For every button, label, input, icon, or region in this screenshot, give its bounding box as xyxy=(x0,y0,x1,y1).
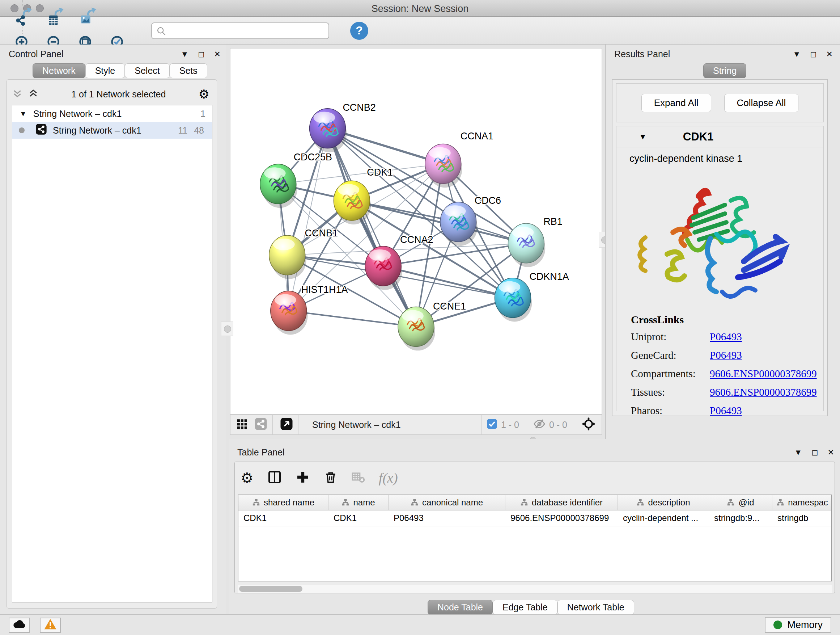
node-CCNB2[interactable]: CCNB2 xyxy=(309,102,376,152)
show-columns-icon[interactable] xyxy=(267,470,282,486)
crosslink-link[interactable]: 9606.ENSP00000378699 xyxy=(710,368,817,380)
table-cell[interactable]: CDK1 xyxy=(328,510,388,526)
tab-node-table[interactable]: Node Table xyxy=(428,600,493,615)
cloud-status-button[interactable] xyxy=(9,618,30,633)
expand-all-networks-icon[interactable] xyxy=(28,88,39,100)
tab-sets[interactable]: Sets xyxy=(170,63,207,78)
network-options-gear-icon[interactable]: ⚙ xyxy=(199,87,210,101)
add-column-icon[interactable] xyxy=(295,470,310,486)
crosslink-link[interactable]: P06493 xyxy=(710,331,742,343)
table-cell[interactable]: CDK1 xyxy=(238,510,328,526)
node-label-CDKN1A: CDKN1A xyxy=(529,271,569,282)
table-cell[interactable]: cyclin-dependent ... xyxy=(618,510,709,526)
network-row[interactable]: String Network – cdk1 11 48 xyxy=(12,122,212,139)
memory-button[interactable]: Memory xyxy=(765,617,831,633)
export-image-button[interactable] xyxy=(77,6,98,27)
crosslink-link[interactable]: P06493 xyxy=(710,405,742,417)
string-network-icon xyxy=(35,124,47,137)
network-tree: ▼ String Network – cdk1 1 String Network… xyxy=(12,105,212,602)
selected-counts: 1 - 0 xyxy=(501,420,519,430)
tab-edge-table[interactable]: Edge Table xyxy=(493,600,557,615)
column-header-name[interactable]: name xyxy=(328,495,388,510)
export-network-button[interactable] xyxy=(13,6,34,27)
column-header-shared-name[interactable]: shared name xyxy=(238,495,328,510)
control-panel-close-icon[interactable]: ✕ xyxy=(214,50,221,59)
column-header-database-identifier[interactable]: database identifier xyxy=(505,495,618,510)
column-header-namespac[interactable]: namespac xyxy=(772,495,832,510)
graphics-details-icon[interactable] xyxy=(236,418,248,432)
tab-style[interactable]: Style xyxy=(85,63,125,78)
table-options-gear-icon[interactable]: ⚙ xyxy=(240,470,254,486)
column-header--id[interactable]: @id xyxy=(709,495,772,510)
edge-CDK1-RB1[interactable] xyxy=(352,201,526,243)
collection-count: 1 xyxy=(201,109,205,119)
table-cell[interactable]: 9606.ENSP00000378699 xyxy=(505,510,618,526)
memory-label: Memory xyxy=(787,619,823,631)
network-canvas[interactable]: CCNB2CCNA1CDC25BCDK1CDC6RB1CCNB1CCNA2CDK… xyxy=(230,48,602,415)
navigator-crosshair-icon[interactable] xyxy=(581,417,596,432)
network-view-dot-icon xyxy=(19,127,25,133)
table-cell[interactable]: P06493 xyxy=(388,510,505,526)
delete-column-icon[interactable] xyxy=(324,470,338,486)
tab-network[interactable]: Network xyxy=(33,63,85,78)
selected-checkbox-icon[interactable] xyxy=(486,418,497,431)
results-panel-collapse-icon[interactable]: ▼ xyxy=(793,50,801,59)
collapse-all-button[interactable]: Collapse All xyxy=(724,94,799,112)
node-label-CCNE1: CCNE1 xyxy=(433,301,466,312)
results-panel-close-icon[interactable]: ✕ xyxy=(826,50,833,59)
node-HIST1H1A[interactable]: HIST1H1A xyxy=(271,284,348,335)
node-CDC25B[interactable]: CDC25B xyxy=(260,152,332,208)
results-panel-title: Results Panel xyxy=(614,49,670,59)
search-input[interactable] xyxy=(151,22,329,39)
node-label-CCNA1: CCNA1 xyxy=(461,131,493,142)
collection-caret-icon[interactable]: ▼ xyxy=(19,110,27,118)
tab-network-table[interactable]: Network Table xyxy=(557,600,634,615)
column-header-label: canonical name xyxy=(422,497,483,508)
warning-button[interactable] xyxy=(40,618,61,633)
table-horizontal-scrollbar[interactable] xyxy=(238,585,832,593)
results-panel-float-icon[interactable]: ◻ xyxy=(810,50,816,59)
detach-view-icon[interactable] xyxy=(280,417,293,432)
collection-label: String Network – cdk1 xyxy=(33,109,122,119)
crosslink-link[interactable]: P06493 xyxy=(710,349,742,361)
node-label-RB1: RB1 xyxy=(543,216,562,227)
column-header-canonical-name[interactable]: canonical name xyxy=(388,495,505,510)
node-CDKN1A[interactable]: CDKN1A xyxy=(495,271,569,322)
protein-section-caret-icon[interactable]: ▼ xyxy=(639,132,647,141)
expand-all-button[interactable]: Expand All xyxy=(641,94,711,112)
table-cell[interactable]: stringdb xyxy=(772,510,832,526)
help-button[interactable]: ? xyxy=(350,22,368,40)
node-label-CCNB2: CCNB2 xyxy=(343,102,376,113)
table-panel-float-icon[interactable]: ◻ xyxy=(812,448,818,457)
protein-name: CDK1 xyxy=(683,130,714,143)
node-CDC6[interactable]: CDC6 xyxy=(440,195,501,246)
table-cell[interactable]: stringdb:9... xyxy=(709,510,772,526)
node-RB1[interactable]: RB1 xyxy=(508,216,562,267)
tab-string[interactable]: String xyxy=(703,63,746,78)
cloud-icon xyxy=(12,619,26,632)
network-collection-row[interactable]: ▼ String Network – cdk1 1 xyxy=(12,105,212,122)
table-panel-collapse-icon[interactable]: ▼ xyxy=(794,448,802,457)
control-panel-collapse-icon[interactable]: ▼ xyxy=(181,50,189,59)
edge-HIST1H1A-CCNE1[interactable] xyxy=(289,311,416,327)
tab-select[interactable]: Select xyxy=(125,63,169,78)
crosslink-label: Uniprot: xyxy=(631,331,710,343)
table-panel-close-icon[interactable]: ✕ xyxy=(828,448,834,457)
node-CCNA1[interactable]: CCNA1 xyxy=(425,131,493,188)
node-label-CDC25B: CDC25B xyxy=(294,152,332,163)
left-splitter-handle[interactable] xyxy=(221,321,233,336)
crosslink-label: Pharos: xyxy=(631,405,710,417)
control-panel-float-icon[interactable]: ◻ xyxy=(198,50,204,59)
column-header-description[interactable]: description xyxy=(618,495,709,510)
crosslink-row: Tissues:9606.ENSP00000378699 xyxy=(631,386,823,398)
collapse-all-networks-icon[interactable] xyxy=(12,88,23,100)
table-tabs: Node TableEdge TableNetwork Table xyxy=(428,600,634,615)
control-panel-tabs: NetworkStyleSelectSets xyxy=(33,63,207,78)
node-label-HIST1H1A: HIST1H1A xyxy=(302,284,348,295)
network-label: String Network – cdk1 xyxy=(53,125,141,136)
export-table-button[interactable] xyxy=(45,6,66,27)
column-header-label: @id xyxy=(738,497,754,508)
crosslink-link[interactable]: 9606.ENSP00000378699 xyxy=(710,386,817,398)
string-style-toggle-icon[interactable] xyxy=(254,417,267,432)
edge-CCNB2-CCNE1[interactable] xyxy=(327,128,416,327)
